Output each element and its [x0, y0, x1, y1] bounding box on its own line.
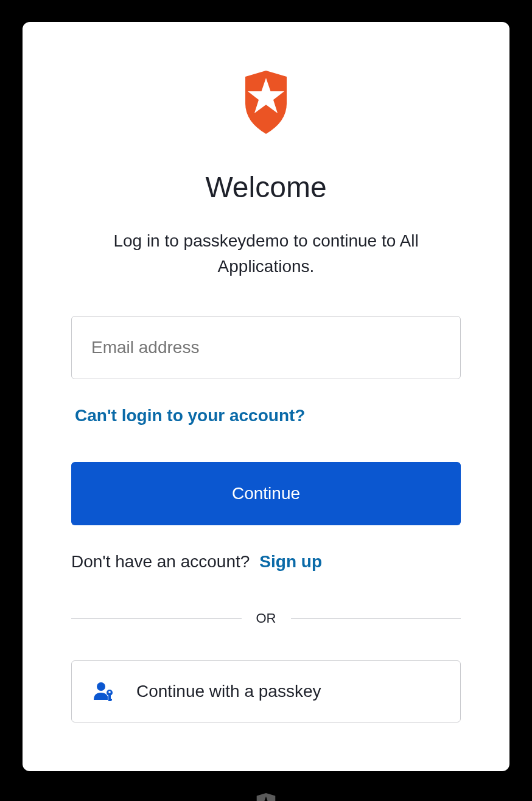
divider-line-right [291, 618, 461, 619]
login-card: Welcome Log in to passkeydemo to continu… [23, 22, 509, 771]
passkey-button-label: Continue with a passkey [136, 682, 321, 701]
login-form: Can't login to your account? Continue Do… [71, 316, 461, 722]
passkey-icon [93, 680, 114, 702]
auth0-logo-icon [242, 71, 290, 134]
divider-line-left [71, 618, 242, 619]
or-divider: OR [71, 610, 461, 626]
signup-prompt: Don't have an account? [71, 552, 250, 572]
page-title: Welcome [205, 170, 326, 204]
continue-button[interactable]: Continue [71, 462, 461, 525]
svg-point-0 [97, 682, 105, 691]
signup-link[interactable]: Sign up [259, 552, 322, 572]
email-input[interactable] [71, 316, 461, 379]
divider-label: OR [242, 610, 291, 626]
svg-rect-3 [108, 699, 112, 701]
cant-login-link[interactable]: Can't login to your account? [75, 406, 305, 425]
continue-with-passkey-button[interactable]: Continue with a passkey [71, 660, 461, 722]
auth0-footer-logo-icon [255, 793, 277, 801]
page-subtitle: Log in to passkeydemo to continue to All… [71, 228, 461, 279]
svg-point-4 [108, 691, 111, 693]
signup-row: Don't have an account? Sign up [71, 552, 322, 572]
